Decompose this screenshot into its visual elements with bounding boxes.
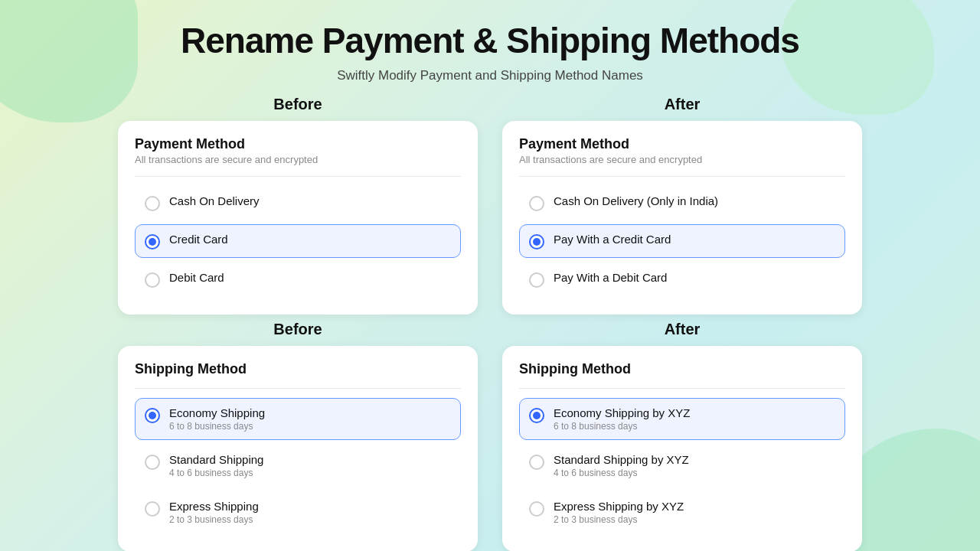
radio-button[interactable] bbox=[529, 196, 544, 211]
payment-before-options: Cash On DeliveryCredit CardDebit Card bbox=[135, 186, 461, 296]
shipping-before-divider bbox=[135, 388, 461, 389]
payment-after-title: Payment Method bbox=[519, 136, 845, 152]
option-sub: 6 to 8 business days bbox=[554, 421, 690, 432]
option-row[interactable]: Pay With a Debit Card bbox=[519, 262, 845, 296]
option-name: Express Shipping bbox=[169, 500, 259, 513]
shipping-after-label: After bbox=[665, 321, 701, 338]
radio-button[interactable] bbox=[145, 234, 160, 249]
payment-after-card: Payment Method All transactions are secu… bbox=[502, 121, 862, 315]
option-name: Pay With a Credit Card bbox=[554, 233, 671, 246]
option-name: Standard Shipping by XYZ bbox=[554, 453, 689, 466]
radio-button[interactable] bbox=[145, 408, 160, 423]
shipping-after-title: Shipping Method bbox=[519, 361, 845, 377]
shipping-before-label: Before bbox=[273, 321, 322, 338]
payment-before-column: Before Payment Method All transactions a… bbox=[118, 96, 478, 315]
page-content: Rename Payment & Shipping Methods Swiftl… bbox=[0, 0, 980, 551]
option-name: Cash On Delivery bbox=[169, 194, 260, 207]
option-text: Standard Shipping4 to 6 business days bbox=[169, 453, 263, 478]
option-sub: 4 to 6 business days bbox=[554, 468, 689, 478]
shipping-before-column: Before Shipping Method Economy Shipping6… bbox=[118, 321, 478, 551]
shipping-after-column: After Shipping Method Economy Shipping b… bbox=[502, 321, 862, 551]
radio-inner bbox=[533, 238, 541, 246]
option-text: Pay With a Credit Card bbox=[554, 233, 671, 246]
radio-button[interactable] bbox=[145, 272, 160, 288]
shipping-before-title: Shipping Method bbox=[135, 361, 461, 377]
option-name: Economy Shipping by XYZ bbox=[554, 406, 690, 419]
option-text: Express Shipping2 to 3 business days bbox=[169, 500, 259, 525]
option-sub: 4 to 6 business days bbox=[169, 468, 263, 478]
option-name: Debit Card bbox=[169, 271, 224, 284]
option-text: Debit Card bbox=[169, 271, 224, 284]
option-row[interactable]: Standard Shipping4 to 6 business days bbox=[135, 445, 461, 487]
option-sub: 2 to 3 business days bbox=[169, 514, 259, 525]
option-row[interactable]: Express Shipping2 to 3 business days bbox=[135, 491, 461, 533]
option-sub: 2 to 3 business days bbox=[554, 514, 684, 525]
radio-button[interactable] bbox=[145, 196, 160, 211]
page-subtitle: Swiftly Modify Payment and Shipping Meth… bbox=[337, 68, 643, 83]
payment-after-column: After Payment Method All transactions ar… bbox=[502, 96, 862, 315]
radio-button[interactable] bbox=[529, 234, 544, 249]
option-row[interactable]: Debit Card bbox=[135, 262, 461, 296]
radio-inner bbox=[149, 412, 156, 419]
option-row[interactable]: Cash On Delivery bbox=[135, 186, 461, 220]
option-row[interactable]: Standard Shipping by XYZ4 to 6 business … bbox=[519, 445, 845, 487]
radio-inner bbox=[149, 238, 156, 246]
shipping-row: Before Shipping Method Economy Shipping6… bbox=[46, 321, 934, 551]
shipping-after-divider bbox=[519, 388, 845, 389]
option-text: Economy Shipping6 to 8 business days bbox=[169, 406, 265, 432]
option-text: Cash On Delivery bbox=[169, 194, 260, 207]
option-row[interactable]: Express Shipping by XYZ2 to 3 business d… bbox=[519, 491, 845, 533]
grids-wrapper: Before Payment Method All transactions a… bbox=[0, 96, 980, 551]
option-name: Economy Shipping bbox=[169, 406, 265, 419]
radio-button[interactable] bbox=[145, 455, 160, 470]
radio-inner bbox=[533, 412, 541, 419]
payment-after-divider bbox=[519, 176, 845, 177]
option-sub: 6 to 8 business days bbox=[169, 421, 265, 432]
option-name: Credit Card bbox=[169, 233, 228, 246]
option-name: Pay With a Debit Card bbox=[554, 271, 667, 284]
option-text: Cash On Delivery (Only in India) bbox=[554, 194, 718, 207]
option-row[interactable]: Economy Shipping by XYZ6 to 8 business d… bbox=[519, 398, 845, 440]
radio-button[interactable] bbox=[145, 501, 160, 517]
option-name: Cash On Delivery (Only in India) bbox=[554, 194, 718, 207]
shipping-after-options: Economy Shipping by XYZ6 to 8 business d… bbox=[519, 398, 845, 533]
payment-before-title: Payment Method bbox=[135, 136, 461, 152]
radio-button[interactable] bbox=[529, 455, 544, 470]
radio-button[interactable] bbox=[529, 272, 544, 288]
option-row[interactable]: Credit Card bbox=[135, 224, 461, 258]
payment-row: Before Payment Method All transactions a… bbox=[46, 96, 934, 315]
option-text: Pay With a Debit Card bbox=[554, 271, 667, 284]
shipping-before-card: Shipping Method Economy Shipping6 to 8 b… bbox=[118, 346, 478, 551]
payment-after-subtitle: All transactions are secure and encrypte… bbox=[519, 154, 845, 165]
option-text: Standard Shipping by XYZ4 to 6 business … bbox=[554, 453, 689, 478]
shipping-before-options: Economy Shipping6 to 8 business daysStan… bbox=[135, 398, 461, 533]
option-text: Express Shipping by XYZ2 to 3 business d… bbox=[554, 500, 684, 525]
payment-before-label: Before bbox=[273, 96, 322, 113]
payment-after-options: Cash On Delivery (Only in India)Pay With… bbox=[519, 186, 845, 296]
option-text: Credit Card bbox=[169, 233, 228, 246]
option-text: Economy Shipping by XYZ6 to 8 business d… bbox=[554, 406, 690, 432]
shipping-after-card: Shipping Method Economy Shipping by XYZ6… bbox=[502, 346, 862, 551]
option-row[interactable]: Cash On Delivery (Only in India) bbox=[519, 186, 845, 220]
option-row[interactable]: Economy Shipping6 to 8 business days bbox=[135, 398, 461, 440]
page-title: Rename Payment & Shipping Methods bbox=[181, 21, 799, 60]
radio-button[interactable] bbox=[529, 408, 544, 423]
payment-before-divider bbox=[135, 176, 461, 177]
payment-before-card: Payment Method All transactions are secu… bbox=[118, 121, 478, 315]
payment-after-label: After bbox=[665, 96, 701, 113]
option-row[interactable]: Pay With a Credit Card bbox=[519, 224, 845, 258]
payment-before-subtitle: All transactions are secure and encrypte… bbox=[135, 154, 461, 165]
radio-button[interactable] bbox=[529, 501, 544, 517]
option-name: Standard Shipping bbox=[169, 453, 263, 466]
option-name: Express Shipping by XYZ bbox=[554, 500, 684, 513]
